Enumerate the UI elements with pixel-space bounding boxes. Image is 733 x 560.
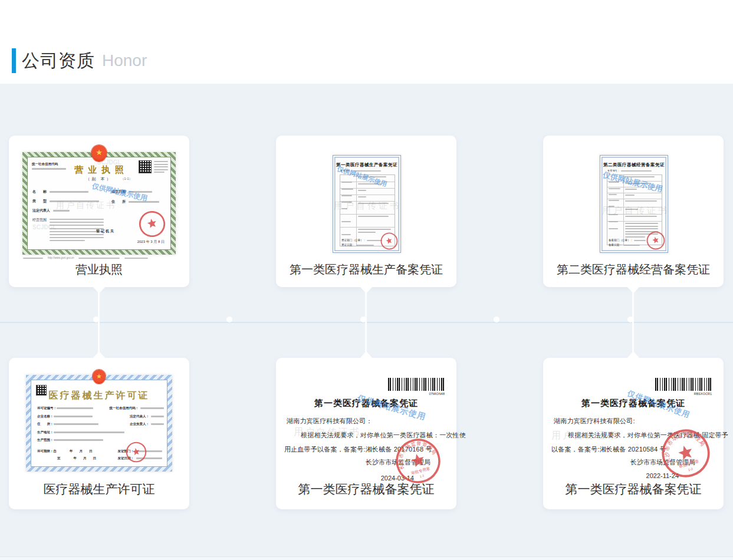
table-row (607, 175, 662, 181)
timeline-dot (494, 317, 499, 322)
field-name-label: 名 称 (32, 189, 47, 195)
text-bar (358, 176, 386, 177)
field-value-bar (50, 200, 99, 202)
text-bar (154, 164, 168, 165)
text-bar (625, 228, 658, 229)
card-tail (93, 287, 105, 294)
text-bar (609, 200, 619, 201)
text-bar (358, 203, 389, 204)
record-line2: 根据相关法规要求，对你单位第一类医疗器械：一次性使 (301, 431, 466, 440)
red-seal (124, 440, 149, 465)
card-tail (360, 287, 372, 294)
table-value-cell (357, 202, 395, 214)
text-bar (50, 240, 85, 241)
text-bar (341, 208, 347, 209)
text-bar (78, 258, 120, 259)
cert-title: 第二类医疗器械经营备案凭证 (600, 162, 668, 168)
class1-production-record-image: 第一类医疗器械生产备案凭证 备案编号： 发证部门（公章）： 发证日期： (333, 155, 401, 253)
barcode-text: 07MION48 (429, 392, 445, 396)
card-tail (360, 351, 372, 358)
production-license-image: ★ 医疗器械生产许可证 许可证编号： 统一社会信用代码： 企业名称： 法定代表人… (26, 375, 172, 472)
text-bar (625, 176, 655, 177)
prod-scope-label: 生产范围： (37, 438, 54, 442)
issue-dept-label: 发证部门（公章）： (341, 238, 366, 243)
emblem-star: ★ (93, 370, 106, 383)
text-bar (341, 221, 351, 222)
timeline-connector (98, 287, 100, 358)
text-bar (609, 228, 618, 229)
barcode (655, 378, 712, 391)
record-line1: 湖南力宾医疗科技有限公司: (554, 417, 635, 426)
text-bar (625, 216, 657, 217)
table-value-cell (624, 187, 662, 193)
field-value-bar (57, 407, 93, 409)
card-class1-record-1[interactable]: 07MION48 第一类医疗器械备案凭证 湖南力宾医疗科技有限公司： 根据相关法… (276, 358, 456, 509)
legal-rep-label: 法定代表人： (130, 414, 149, 419)
field-value-bar (54, 416, 93, 417)
card-caption: 医疗器械生产许可证 (9, 481, 189, 498)
field-value-bar (50, 191, 88, 193)
cert-bottom-lines: 发证部门（公章）： 发证日期： (341, 238, 382, 248)
table-value-cell (624, 207, 662, 214)
text-bar (341, 202, 352, 203)
text-bar (23, 258, 43, 259)
text-bar (154, 169, 168, 170)
qr-side-text (154, 161, 168, 173)
cert-title: 第一类医疗器械生产备案凭证 (333, 162, 400, 168)
term-line1: 许可期限：自 年 月 日 (37, 447, 93, 454)
field-scope-label: 经营范围 (32, 218, 47, 241)
text-bar (341, 234, 351, 235)
card-class1-production-record[interactable]: 第一类医疗器械生产备案凭证 备案编号： 发证部门（公章）： 发证日期： 仅供网站… (276, 136, 456, 287)
field-value-bar (54, 423, 98, 425)
license-subtitle: （副 本） (28, 176, 170, 182)
record-line3: 以备案，备案号:湘长械备 20210584 号 (551, 445, 666, 454)
card-caption: 营业执照 (9, 262, 189, 278)
table-row (340, 175, 395, 182)
text-bar (341, 195, 352, 196)
seal-number: 1-3 (419, 473, 425, 478)
table-label-cell (607, 207, 624, 214)
card-business-license[interactable]: ★ 统一社会信用代码 营业执照 （副 本） （1-1） 名 称 类 型 法定代表… (9, 136, 189, 287)
text-bar (625, 226, 658, 227)
timeline-connector (632, 287, 634, 358)
field-value-bar (140, 407, 164, 409)
credit-code-label: 统一社会信用代码： (110, 406, 139, 410)
table-value-cell (357, 195, 395, 201)
barcode-text: RBSXOCR1 (694, 392, 712, 396)
text-bar (625, 195, 635, 196)
record-number-line: 备案编号： (607, 169, 652, 172)
table-label-cell (340, 182, 357, 188)
field-value-bar (151, 416, 164, 417)
record-number-bar (621, 170, 652, 172)
table-value-cell (624, 182, 662, 187)
text-bar (609, 206, 614, 207)
text-bar (358, 216, 389, 217)
cert-bottom-lines: 备案部门（公章）： 备案日期： (609, 238, 646, 248)
business-license-image: ★ 统一社会信用代码 营业执照 （副 本） （1-1） 名 称 类 型 法定代表… (22, 152, 176, 255)
text-bar (154, 161, 168, 162)
card-class2-distribution-record[interactable]: 第二类医疗器械经营备案凭证 备案编号： 备案部门（公章）： 备案日期： 仅供网站… (543, 136, 724, 287)
table-row (607, 214, 662, 221)
table-value-cell (624, 193, 662, 199)
text-bar (625, 209, 638, 210)
table-value-cell (357, 189, 395, 195)
table-label-cell (340, 202, 357, 214)
table-value-cell (624, 175, 662, 181)
text-bar (358, 183, 382, 185)
card-production-license[interactable]: ★ 医疗器械生产许可证 许可证编号： 统一社会信用代码： 企业名称： 法定代表人… (9, 358, 189, 509)
red-seal (136, 208, 169, 241)
text-bar (50, 225, 104, 226)
license-right-fields: 成立日期 住 所 (111, 189, 168, 209)
accent-bar (12, 48, 16, 73)
field-value-bar (129, 191, 152, 193)
text-bar (154, 166, 168, 167)
class1-record-image: 07MION48 第一类医疗器械备案凭证 湖南力宾医疗科技有限公司： 根据相关法… (283, 368, 449, 484)
table-value-cell (357, 215, 395, 227)
card-class1-record-2[interactable]: RBSXOCR1 第一类医疗器械备案凭证 湖南力宾医疗科技有限公司: 根据相关法… (543, 358, 724, 509)
table-label-cell (340, 215, 357, 227)
text-bar (609, 221, 618, 222)
timeline-connector (365, 287, 367, 358)
company-label: 企业名称： (37, 414, 54, 419)
field-address-label: 住 所 (111, 199, 126, 205)
table-value-cell (624, 215, 662, 221)
